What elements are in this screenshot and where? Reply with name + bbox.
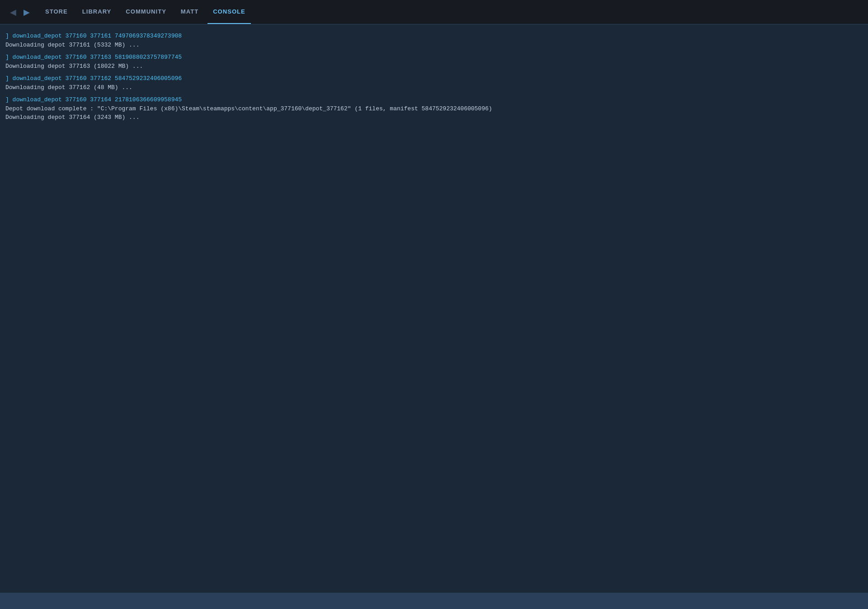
back-button[interactable]: ◀ <box>7 6 19 18</box>
console-output-line: Downloading depot 377162 (48 MB) ... <box>5 83 863 92</box>
console-input-bar <box>0 593 868 609</box>
console-output-line: Downloading depot 377163 (18022 MB) ... <box>5 62 863 71</box>
forward-button[interactable]: ▶ <box>21 6 33 18</box>
nav-console[interactable]: CONSOLE <box>208 0 251 24</box>
nav-arrows: ◀ ▶ <box>7 6 33 18</box>
console-command-line: ] download_depot 377160 377162 584752923… <box>5 74 863 83</box>
console-output-line: Downloading depot 377164 (3243 MB) ... <box>5 113 863 122</box>
console-output-line: Downloading depot 377161 (5332 MB) ... <box>5 41 863 50</box>
console-output-area: ] download_depot 377160 377161 749706937… <box>0 24 868 593</box>
console-block: ] download_depot 377160 377163 581908802… <box>5 53 863 71</box>
console-command-line: ] download_depot 377160 377164 217810636… <box>5 95 863 104</box>
nav-store[interactable]: STORE <box>40 0 73 24</box>
console-block: ] download_depot 377160 377162 584752923… <box>5 74 863 92</box>
console-output-line: Depot download complete : "C:\Program Fi… <box>5 104 863 113</box>
console-input[interactable] <box>5 598 863 604</box>
nav-matt[interactable]: MATT <box>175 0 204 24</box>
console-block: ] download_depot 377160 377161 749706937… <box>5 32 863 49</box>
nav-library[interactable]: LIBRARY <box>77 0 117 24</box>
console-block: ] download_depot 377160 377164 217810636… <box>5 95 863 122</box>
nav-community[interactable]: COMMUNITY <box>120 0 172 24</box>
console-command-line: ] download_depot 377160 377161 749706937… <box>5 32 863 41</box>
nav-bar: ◀ ▶ STORE LIBRARY COMMUNITY MATT CONSOLE <box>0 0 868 24</box>
console-command-line: ] download_depot 377160 377163 581908802… <box>5 53 863 62</box>
